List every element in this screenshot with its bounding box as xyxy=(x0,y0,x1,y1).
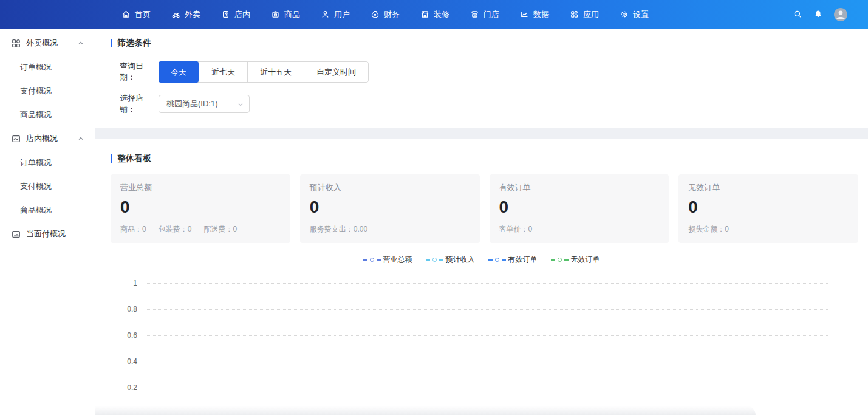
nav-item-takeout[interactable]: 外卖 xyxy=(171,9,200,20)
legend-marker xyxy=(426,259,430,261)
legend-marker xyxy=(558,258,562,262)
nav-item-decorate[interactable]: 装修 xyxy=(420,9,449,20)
decorate-icon xyxy=(420,10,429,19)
wave-chart-icon xyxy=(12,134,21,143)
users-icon xyxy=(321,10,330,19)
nav-item-users[interactable]: 用户 xyxy=(321,9,350,20)
user-avatar[interactable] xyxy=(834,8,847,21)
nav-label: 商品 xyxy=(284,9,300,20)
main-content: 筛选条件 查询日期： 今天 近七天 近十五天 自定义时间 选择店铺： 桃园尚品(… xyxy=(95,29,868,415)
legend-marker xyxy=(432,258,437,262)
chart-legend: 营业总额 预计收入 有效订单 无效订单 xyxy=(95,255,868,265)
nav-item-settings[interactable]: 设置 xyxy=(620,9,649,20)
top-nav: 首页 外卖 店内 商品 用户 财务 装修 门店 数据 应用 设置 xyxy=(0,0,868,29)
nav-label: 外卖 xyxy=(185,9,200,20)
gridline xyxy=(146,388,828,388)
legend-marker xyxy=(370,258,374,262)
overview-line-chart: 1 0.8 0.6 0.4 0.2 xyxy=(111,283,828,414)
sidebar-group-instore-overview[interactable]: 店内概况 xyxy=(0,126,94,151)
settings-icon xyxy=(620,10,629,19)
facepay-icon xyxy=(12,230,21,239)
nav-item-data[interactable]: 数据 xyxy=(520,9,549,20)
y-axis-tick: 0.8 xyxy=(111,309,828,335)
nav-label: 设置 xyxy=(633,9,649,20)
y-axis-tick: 0.6 xyxy=(111,335,828,362)
gridline xyxy=(146,283,828,284)
sidebar-item-facepay-overview[interactable]: 当面付概况 xyxy=(0,222,94,246)
legend-marker xyxy=(488,259,493,261)
date-option-15days-button[interactable]: 近十五天 xyxy=(248,62,304,82)
nav-item-home[interactable]: 首页 xyxy=(121,9,151,20)
date-filter-row: 查询日期： 今天 近七天 近十五天 自定义时间 xyxy=(120,61,868,83)
sidebar-item-takeout-goods[interactable]: 商品概况 xyxy=(0,103,94,126)
chevron-down-icon xyxy=(238,101,244,108)
stat-card-income: 预计收入 0 服务费支出：0.00 xyxy=(300,174,480,243)
filter-panel: 筛选条件 查询日期： 今天 近七天 近十五天 自定义时间 选择店铺： 桃园尚品(… xyxy=(95,38,868,115)
y-axis-tick: 0.2 xyxy=(111,388,828,414)
sidebar-item-takeout-payments[interactable]: 支付概况 xyxy=(0,79,94,103)
sidebar-item-takeout-orders[interactable]: 订单概况 xyxy=(0,55,94,79)
legend-marker xyxy=(564,259,569,261)
nav-label: 用户 xyxy=(334,9,350,20)
chevron-up-icon xyxy=(78,40,84,46)
section-separator xyxy=(95,128,868,139)
shop-filter-row: 选择店铺： 桃园尚品(ID:1) xyxy=(120,93,868,115)
legend-marker xyxy=(439,259,443,261)
data-icon xyxy=(520,10,529,19)
legend-marker xyxy=(377,259,381,261)
sidebar-group-label: 外卖概况 xyxy=(26,38,58,49)
legend-item-revenue[interactable]: 营业总额 xyxy=(363,255,412,265)
gridline xyxy=(146,335,828,336)
y-axis-tick: 1 xyxy=(111,283,828,309)
home-icon xyxy=(121,10,131,19)
nav-item-finance[interactable]: 财务 xyxy=(371,9,400,20)
nav-label: 门店 xyxy=(484,9,499,20)
nav-item-apps[interactable]: 应用 xyxy=(570,9,599,20)
shop-select-value: 桃园尚品(ID:1) xyxy=(166,98,218,109)
title-accent-bar xyxy=(111,154,112,163)
finance-icon xyxy=(371,10,380,19)
nav-label: 应用 xyxy=(583,9,599,20)
stat-card-valid-orders: 有效订单 0 客单价：0 xyxy=(490,174,669,243)
legend-item-income[interactable]: 预计收入 xyxy=(426,255,475,265)
nav-label: 店内 xyxy=(234,9,250,20)
overview-section-title: 整体看板 xyxy=(111,153,868,164)
gridline xyxy=(146,362,828,362)
shop-filter-label: 选择店铺： xyxy=(120,93,159,115)
sidebar-item-instore-orders[interactable]: 订单概况 xyxy=(0,151,94,174)
sidebar-item-instore-payments[interactable]: 支付概况 xyxy=(0,174,94,198)
date-option-today-button[interactable]: 今天 xyxy=(159,61,199,83)
sidebar-group-label: 当面付概况 xyxy=(26,228,66,239)
sidebar-item-instore-goods[interactable]: 商品概况 xyxy=(0,198,94,222)
notification-bell-icon[interactable] xyxy=(814,10,822,19)
takeout-icon xyxy=(171,10,180,19)
stat-value: 0 xyxy=(688,197,849,217)
date-option-custom-button[interactable]: 自定义时间 xyxy=(304,62,368,82)
legend-marker xyxy=(551,259,555,261)
apps-icon xyxy=(570,10,579,19)
date-filter-label: 查询日期： xyxy=(120,61,159,83)
stat-value: 0 xyxy=(499,197,660,217)
stat-cards-row: 营业总额 0 商品：0 包装费：0 配送费：0 预计收入 0 服务费支出：0.0… xyxy=(111,174,858,243)
nav-label: 首页 xyxy=(135,9,151,20)
stores-icon xyxy=(470,10,479,19)
legend-marker xyxy=(363,259,367,261)
grid-icon xyxy=(12,39,21,48)
search-icon[interactable] xyxy=(793,10,802,19)
stat-value: 0 xyxy=(120,197,281,217)
date-range-button-group: 今天 近七天 近十五天 自定义时间 xyxy=(159,61,369,83)
stat-card-invalid-orders: 无效订单 0 损失金额：0 xyxy=(678,174,858,243)
legend-item-invalid-orders[interactable]: 无效订单 xyxy=(551,255,600,265)
sidebar: 外卖概况 订单概况 支付概况 商品概况 店内概况 订单概况 支付概况 商品概况 … xyxy=(0,29,94,415)
overview-panel: 整体看板 营业总额 0 商品：0 包装费：0 配送费：0 预计收入 0 服务费支… xyxy=(95,153,868,414)
nav-item-stores[interactable]: 门店 xyxy=(470,9,499,20)
nav-item-instore[interactable]: 店内 xyxy=(221,9,250,20)
legend-item-valid-orders[interactable]: 有效订单 xyxy=(488,255,538,265)
date-option-7days-button[interactable]: 近七天 xyxy=(199,62,248,82)
shop-select[interactable]: 桃园尚品(ID:1) xyxy=(159,95,250,113)
sidebar-group-takeout-overview[interactable]: 外卖概况 xyxy=(0,31,94,55)
chevron-up-icon xyxy=(78,135,84,142)
y-axis-tick: 0.4 xyxy=(111,362,828,388)
nav-label: 财务 xyxy=(384,9,400,20)
nav-item-goods[interactable]: 商品 xyxy=(271,9,300,20)
